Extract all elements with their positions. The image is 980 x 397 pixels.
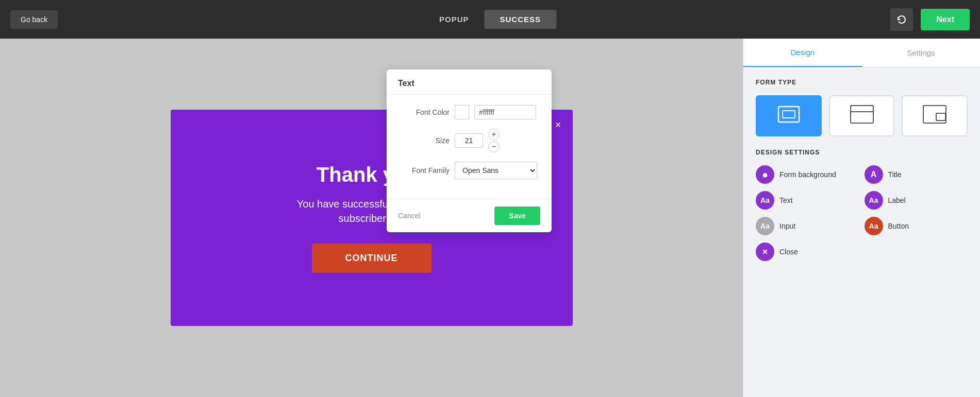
popup-close-button[interactable]: × bbox=[555, 119, 561, 131]
continue-button[interactable]: CONTINUE bbox=[312, 244, 431, 273]
svg-rect-3 bbox=[851, 106, 873, 112]
form-background-icon: ● bbox=[756, 165, 774, 184]
right-panel: Design Settings FORM TYPE bbox=[743, 39, 980, 397]
form-type-title: FORM TYPE bbox=[756, 79, 968, 86]
form-type-popup[interactable] bbox=[756, 95, 822, 136]
svg-rect-2 bbox=[851, 106, 873, 123]
ds-label[interactable]: Aa Label bbox=[865, 191, 968, 210]
form-type-row bbox=[756, 95, 968, 136]
history-button[interactable] bbox=[890, 8, 913, 31]
panel-content: FORM TYPE bbox=[743, 67, 980, 272]
font-family-row: Font Family Open Sans Arial Helvetica Ge… bbox=[398, 162, 540, 179]
text-dialog-body: Font Color Size + − Font Family bbox=[387, 95, 552, 199]
size-input[interactable] bbox=[455, 133, 483, 148]
go-back-button[interactable]: Go back bbox=[10, 10, 58, 29]
size-label: Size bbox=[398, 136, 450, 145]
form-background-label: Form background bbox=[779, 170, 836, 179]
tab-success[interactable]: SUCCESS bbox=[484, 10, 556, 29]
tab-settings[interactable]: Settings bbox=[862, 39, 981, 67]
svg-rect-0 bbox=[778, 107, 799, 122]
top-bar-left: Go back bbox=[10, 10, 58, 29]
canvas-area: × Thank you! You have successfully joine… bbox=[0, 39, 743, 397]
text-dialog-footer: Cancel Save bbox=[387, 199, 552, 232]
top-bar-right: Next bbox=[890, 8, 970, 31]
popup-type-icon bbox=[776, 104, 802, 128]
font-family-select[interactable]: Open Sans Arial Helvetica Georgia Roboto… bbox=[455, 162, 537, 179]
cancel-button[interactable]: Cancel bbox=[398, 212, 421, 220]
font-color-input[interactable] bbox=[474, 105, 536, 119]
button-icon: Aa bbox=[865, 217, 883, 235]
size-decrement-button[interactable]: − bbox=[488, 141, 500, 152]
title-label: Title bbox=[888, 170, 902, 179]
ds-input[interactable]: Aa Input bbox=[756, 217, 859, 235]
save-button[interactable]: Save bbox=[494, 206, 540, 225]
text-label: Text bbox=[779, 196, 793, 204]
label-icon: Aa bbox=[865, 191, 883, 210]
design-settings-grid: ● Form background A Title Aa Text Aa Lab… bbox=[756, 165, 968, 261]
tab-popup[interactable]: POPUP bbox=[424, 10, 485, 29]
form-type-bar[interactable] bbox=[829, 95, 895, 136]
ds-close[interactable]: × Close bbox=[756, 243, 859, 261]
top-bar: Go back POPUP SUCCESS Next bbox=[0, 0, 980, 39]
size-buttons: + − bbox=[488, 129, 500, 152]
text-icon: Aa bbox=[756, 191, 774, 210]
font-family-label: Font Family bbox=[398, 166, 450, 175]
ds-text[interactable]: Aa Text bbox=[756, 191, 859, 210]
size-row: Size + − bbox=[398, 129, 540, 152]
design-settings-title: DESIGN SETTINGS bbox=[756, 149, 968, 156]
ds-button[interactable]: Aa Button bbox=[865, 217, 968, 235]
label-label: Label bbox=[888, 196, 906, 204]
ds-form-background[interactable]: ● Form background bbox=[756, 165, 859, 184]
color-swatch[interactable] bbox=[455, 105, 469, 119]
input-label: Input bbox=[779, 222, 795, 230]
font-color-row: Font Color bbox=[398, 105, 540, 119]
main-area: × Thank you! You have successfully joine… bbox=[0, 39, 980, 397]
next-button[interactable]: Next bbox=[921, 9, 970, 30]
ds-title[interactable]: A Title bbox=[865, 165, 968, 184]
slide-type-icon bbox=[922, 104, 948, 128]
button-label: Button bbox=[888, 222, 909, 230]
tab-design[interactable]: Design bbox=[743, 39, 862, 67]
form-type-slide[interactable] bbox=[902, 95, 968, 136]
panel-tabs: Design Settings bbox=[743, 39, 980, 67]
bar-type-icon bbox=[849, 104, 875, 128]
input-icon: Aa bbox=[756, 217, 774, 235]
text-dialog-header: Text bbox=[387, 70, 552, 95]
close-label: Close bbox=[779, 248, 798, 256]
title-icon: A bbox=[865, 165, 883, 184]
svg-rect-1 bbox=[783, 111, 795, 118]
text-dialog: Text Font Color Size + − bbox=[387, 70, 552, 232]
close-icon: × bbox=[756, 243, 774, 261]
size-increment-button[interactable]: + bbox=[488, 129, 500, 140]
top-bar-tabs: POPUP SUCCESS bbox=[424, 10, 556, 29]
font-color-label: Font Color bbox=[398, 108, 450, 116]
svg-rect-5 bbox=[936, 113, 945, 120]
